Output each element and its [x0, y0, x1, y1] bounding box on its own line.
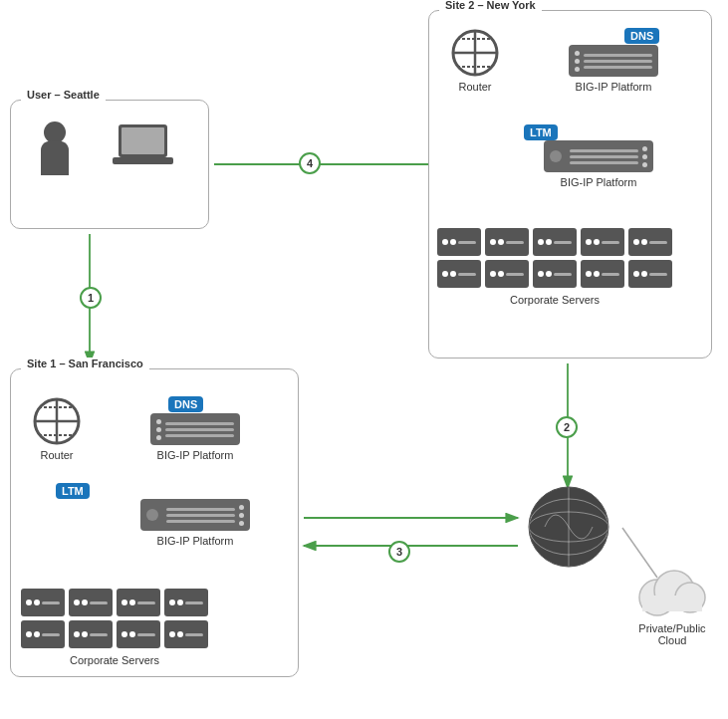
site2-ltm-badge: LTM: [524, 124, 558, 140]
site2-router: Router: [451, 29, 499, 93]
step3-circle: 3: [388, 541, 410, 563]
step1-circle: 1: [80, 287, 102, 309]
person-icon: [31, 120, 79, 175]
site2-bigip-dns: BIG-IP Platform: [569, 45, 658, 93]
site1-bigip-dns: BIG-IP Platform: [150, 413, 240, 461]
site1-dns-badge: DNS: [168, 396, 203, 412]
cloud-container: Private/PublicCloud: [632, 563, 712, 646]
site1-title: Site 1 – San Francisco: [21, 358, 149, 369]
globe-icon: [525, 483, 612, 571]
cloud-label: Private/PublicCloud: [632, 622, 712, 646]
laptop-icon: [111, 122, 175, 172]
site2-corp-label: Corporate Servers: [437, 294, 672, 306]
site2-box: Site 2 – New York Router DNS BIG-IP Plat…: [428, 10, 712, 359]
site2-bigip-dns-label: BIG-IP Platform: [576, 81, 652, 93]
site2-router-label: Router: [458, 81, 491, 93]
site2-title: Site 2 – New York: [439, 0, 542, 11]
site1-bigip-ltm: BIG-IP Platform: [140, 499, 250, 547]
svg-rect-50: [642, 596, 702, 610]
site2-bigip-ltm-label: BIG-IP Platform: [561, 176, 637, 188]
site2-router-icon: [451, 29, 499, 77]
cloud-icon: [632, 563, 712, 617]
globe-icon-container: [525, 483, 612, 574]
svg-rect-31: [113, 157, 173, 164]
site1-box: Site 1 – San Francisco Router DNS BIG-IP…: [10, 368, 299, 677]
site2-dns-badge: DNS: [624, 28, 659, 44]
site1-corp-servers: Corporate Servers: [21, 589, 208, 666]
step2-circle: 2: [556, 416, 578, 438]
site1-ltm-badge: LTM: [56, 483, 90, 499]
diagram-container: 1 2 3 4 User – Seattle: [0, 0, 728, 719]
router-icon: [33, 397, 81, 445]
site1-corp-label: Corporate Servers: [21, 654, 208, 666]
site1-bigip-dns-label: BIG-IP Platform: [157, 449, 234, 461]
site1-router: Router: [33, 397, 81, 461]
svg-rect-30: [121, 127, 164, 154]
site1-router-label: Router: [40, 449, 73, 461]
step4-circle: 4: [299, 152, 321, 174]
user-seattle-title: User – Seattle: [21, 89, 106, 101]
site2-bigip-ltm: BIG-IP Platform: [544, 140, 653, 188]
site1-bigip-ltm-label: BIG-IP Platform: [157, 535, 234, 547]
site2-corp-servers: Corporate Servers: [437, 228, 672, 306]
svg-point-27: [44, 121, 66, 143]
user-seattle-box: User – Seattle: [10, 100, 209, 229]
